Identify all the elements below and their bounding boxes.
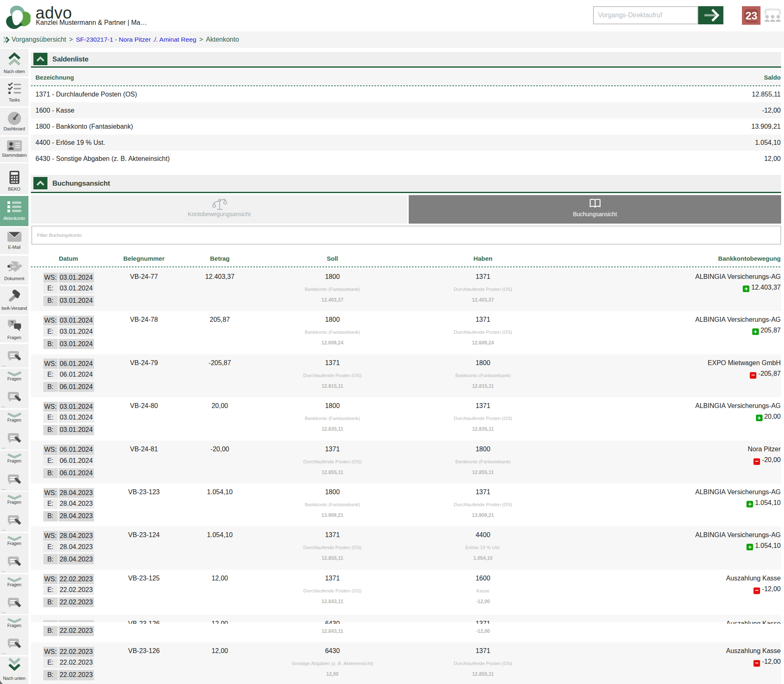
svg-text:?: ? xyxy=(10,320,13,326)
svg-text:23: 23 xyxy=(746,9,758,22)
